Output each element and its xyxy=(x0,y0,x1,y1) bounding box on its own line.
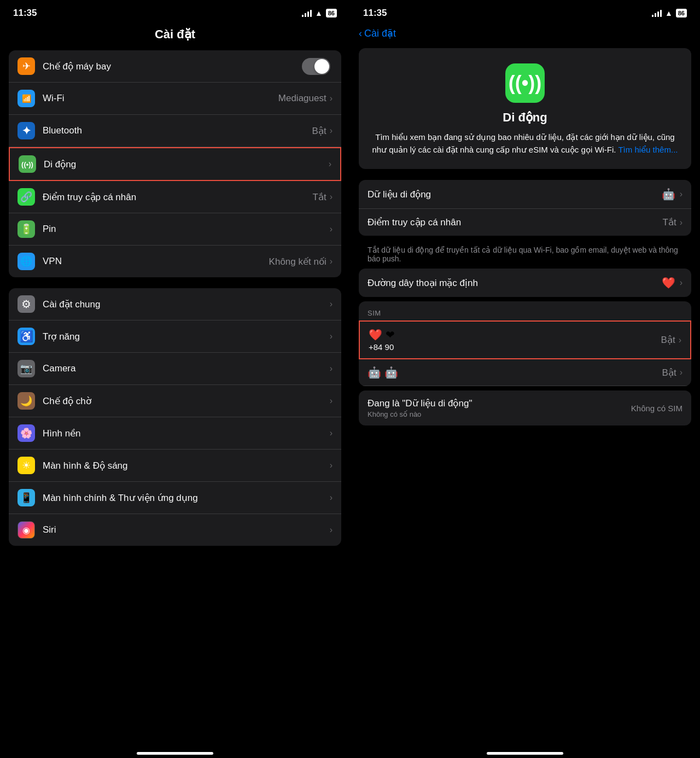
mobile-data-note: Tắt dữ liệu di động để truyền tất cả dữ … xyxy=(359,240,691,269)
airplane-label: Chế độ máy bay xyxy=(43,61,302,72)
wallpaper-icon: 🌸 xyxy=(18,424,35,442)
sim1-chevron: › xyxy=(679,335,681,345)
personal-hotspot-item[interactable]: Điểm truy cập cá nhân Tắt › xyxy=(359,209,691,236)
sim2-status: Bật xyxy=(662,367,676,378)
left-page-title: Cài đặt xyxy=(0,23,350,50)
sim-section-label: SIM xyxy=(359,301,691,320)
vpn-chevron: › xyxy=(330,256,332,266)
homescreen-item[interactable]: 📱 Màn hình chính & Thư viện ứng dụng › xyxy=(9,482,341,514)
hotspot-item[interactable]: 🔗 Điểm truy cập cá nhân Tắt › xyxy=(9,181,341,213)
sim1-item[interactable]: ❤️ ❤ +84 90 Bật › xyxy=(359,320,691,359)
default-line-group: Đường dây thoại mặc định ❤️ › xyxy=(359,269,691,297)
right-home-indicator xyxy=(487,752,563,755)
sim2-emoji2: 🤖 xyxy=(384,366,398,379)
default-line-label: Đường dây thoại mặc định xyxy=(368,277,662,289)
mobile-data-chevron: › xyxy=(680,189,682,199)
hotspot-label: Điểm truy cập cá nhân xyxy=(43,191,313,203)
vpn-item[interactable]: 🌐 VPN Không kết nối › xyxy=(9,246,341,277)
hotspot-chevron: › xyxy=(330,192,332,202)
last-item-group: Đang là "Dữ liệu di động" Không có số nà… xyxy=(359,390,691,425)
right-time: 11:35 xyxy=(363,8,387,19)
right-content: ((•)) Di động Tìm hiểu xem bạn đang sử d… xyxy=(350,48,700,748)
personal-hotspot-value: Tắt xyxy=(663,217,676,228)
camera-item[interactable]: 📷 Camera › xyxy=(9,353,341,385)
battery-chevron: › xyxy=(330,224,332,234)
last-item-main: Đang là "Dữ liệu di động" xyxy=(368,398,631,409)
airplane-toggle[interactable] xyxy=(302,58,330,75)
wifi-chevron: › xyxy=(330,94,332,103)
general-icon: ⚙ xyxy=(18,295,35,313)
display-item[interactable]: ☀ Màn hình & Độ sáng › xyxy=(9,450,341,482)
airplane-mode-item[interactable]: ✈ Chế độ máy bay xyxy=(9,50,341,83)
last-item-sub: Không có số nào xyxy=(368,410,631,418)
cellular-chevron: › xyxy=(329,159,331,169)
last-item-value: Không có SIM xyxy=(631,404,682,413)
left-home-indicator xyxy=(137,752,213,755)
wallpaper-item[interactable]: 🌸 Hình nền › xyxy=(9,417,341,450)
cellular-item[interactable]: ((•)) Di động › xyxy=(9,147,341,181)
mobile-data-icon: 🤖 xyxy=(662,188,675,201)
camera-icon: 📷 xyxy=(18,360,35,377)
right-wifi-icon: ▲ xyxy=(665,9,673,18)
battery-label: Pin xyxy=(43,224,330,235)
display-chevron: › xyxy=(330,460,332,470)
last-item[interactable]: Đang là "Dữ liệu di động" Không có số nà… xyxy=(359,390,691,425)
back-button[interactable]: ‹ Cài đặt xyxy=(359,27,396,39)
wifi-item[interactable]: 📶 Wi-Fi Mediaguest › xyxy=(9,83,341,115)
general-item[interactable]: ⚙ Cài đặt chung › xyxy=(9,288,341,320)
main-items-group: Dữ liệu di động 🤖 › Điểm truy cập cá nhâ… xyxy=(359,180,691,236)
homescreen-chevron: › xyxy=(330,493,332,503)
display-label: Màn hình & Độ sáng xyxy=(43,460,330,471)
cellular-icon: ((•)) xyxy=(19,155,36,173)
homescreen-label: Màn hình chính & Thư viện ứng dụng xyxy=(43,492,330,504)
mobile-data-item[interactable]: Dữ liệu di động 🤖 › xyxy=(359,180,691,209)
hero-card: ((•)) Di động Tìm hiểu xem bạn đang sử d… xyxy=(359,48,691,169)
siri-item[interactable]: ◉ Siri › xyxy=(9,514,341,546)
signal-icon xyxy=(302,9,312,17)
sim2-emoji1: 🤖 xyxy=(368,366,381,379)
hero-link[interactable]: Tìm hiểu thêm... xyxy=(618,145,678,154)
siri-label: Siri xyxy=(43,524,330,535)
network-settings-group: ✈ Chế độ máy bay 📶 Wi-Fi Mediaguest › ✦ … xyxy=(9,50,341,277)
left-time: 11:35 xyxy=(13,8,37,19)
accessibility-item[interactable]: ♿ Trợ năng › xyxy=(9,320,341,353)
system-settings-group: ⚙ Cài đặt chung › ♿ Trợ năng › 📷 Camera … xyxy=(9,288,341,546)
wifi-value: Mediaguest xyxy=(278,93,326,104)
sim2-info: 🤖 🤖 xyxy=(368,366,662,379)
wifi-status-icon: ▲ xyxy=(315,9,323,18)
left-status-bar: 11:35 ▲ 86 xyxy=(0,0,350,23)
sim2-item[interactable]: 🤖 🤖 Bật › xyxy=(359,359,691,386)
wifi-icon: 📶 xyxy=(18,90,35,107)
personal-hotspot-chevron: › xyxy=(680,218,682,228)
wifi-label: Wi-Fi xyxy=(43,93,278,104)
sim1-number: +84 90 xyxy=(369,342,661,352)
right-panel: 11:35 ▲ 86 ‹ Cài đặt ((•)) Di động xyxy=(350,0,700,758)
battery-item[interactable]: 🔋 Pin › xyxy=(9,213,341,246)
left-panel: 11:35 ▲ 86 Cài đặt ✈ Chế độ máy bay xyxy=(0,0,350,758)
general-chevron: › xyxy=(330,299,332,309)
hero-title: Di động xyxy=(370,110,680,125)
left-status-icons: ▲ 86 xyxy=(302,9,337,18)
default-line-item[interactable]: Đường dây thoại mặc định ❤️ › xyxy=(359,269,691,297)
bluetooth-label: Bluetooth xyxy=(43,125,312,136)
right-status-bar: 11:35 ▲ 86 xyxy=(350,0,700,23)
last-item-text: Đang là "Dữ liệu di động" Không có số nà… xyxy=(368,398,631,418)
accessibility-chevron: › xyxy=(330,331,332,341)
battery-icon: 86 xyxy=(326,9,337,18)
camera-label: Camera xyxy=(43,363,330,374)
right-status-icons: ▲ 86 xyxy=(652,9,687,18)
sim-section: SIM ❤️ ❤ +84 90 Bật › 🤖 🤖 Bật › xyxy=(359,301,691,386)
personal-hotspot-label: Điểm truy cập cá nhân xyxy=(368,217,663,228)
battery-settings-icon: 🔋 xyxy=(18,220,35,238)
settings-list: ✈ Chế độ máy bay 📶 Wi-Fi Mediaguest › ✦ … xyxy=(0,50,350,748)
sim1-status: Bật xyxy=(661,334,675,346)
camera-chevron: › xyxy=(330,364,332,374)
sim1-info: ❤️ ❤ +84 90 xyxy=(369,328,661,352)
standby-item[interactable]: 🌙 Chế độ chờ › xyxy=(9,385,341,417)
airplane-icon: ✈ xyxy=(18,57,35,75)
bluetooth-value: Bật xyxy=(312,125,326,137)
bluetooth-item[interactable]: ✦ Bluetooth Bật › xyxy=(9,115,341,147)
hotspot-icon: 🔗 xyxy=(18,188,35,206)
wallpaper-label: Hình nền xyxy=(43,428,330,439)
standby-label: Chế độ chờ xyxy=(43,395,330,407)
